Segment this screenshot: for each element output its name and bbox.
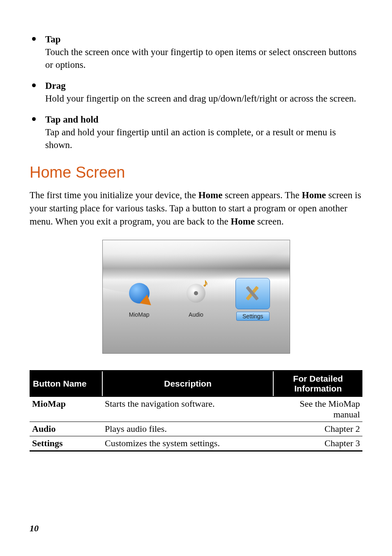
app-miomap: MioMap [115,278,164,321]
header-button-name: Button Name [30,371,102,396]
button-reference-table: Button Name Description For Detailed Inf… [30,370,362,452]
table-row: Audio Plays audio files. Chapter 2 [30,422,362,436]
tools-icon [242,283,263,304]
header-detailed-info: For Detailed Information [273,371,362,396]
gesture-item-tap: Tap Touch the screen once with your fing… [30,33,362,71]
header-info-line2: Information [294,384,342,393]
intro-text: screen. [255,216,284,227]
gesture-desc: Touch the screen once with your fingerti… [45,46,362,71]
page: Tap Touch the screen once with your fing… [0,0,392,556]
header-description: Description [102,371,273,396]
intro-paragraph: The first time you initialize your devic… [30,189,362,228]
table-row: Settings Customizes the system settings.… [30,436,362,451]
intro-bold-home: Home [198,190,223,200]
app-tile [235,278,270,309]
gesture-title: Tap [45,34,61,44]
intro-text: screen appears. The [222,190,302,200]
cell-name: Audio [30,422,102,436]
cell-info: Chapter 3 [273,436,362,451]
app-label: MioMap [129,311,150,318]
music-disc-icon [187,284,205,303]
table-body: MioMap Starts the navigation software. S… [30,396,362,451]
table-row: MioMap Starts the navigation software. S… [30,396,362,422]
header-info-line1: For Detailed [293,374,343,383]
globe-arrow-icon [129,283,150,303]
gesture-desc: Tap and hold your fingertip until an act… [45,126,362,151]
cell-name: Settings [30,436,102,451]
home-screen-screenshot: MioMap Audio Settings [102,240,290,354]
app-tile [122,278,156,308]
app-icons-row: MioMap Audio Settings [103,278,290,321]
table-header: Button Name Description For Detailed Inf… [30,371,362,396]
intro-text: The first time you initialize your devic… [30,190,198,200]
app-audio: Audio [171,278,221,321]
app-label: Audio [189,311,203,318]
gesture-item-tap-hold: Tap and hold Tap and hold your fingertip… [30,113,362,151]
app-tile [179,278,213,308]
page-number: 10 [30,523,39,534]
cell-desc: Customizes the system settings. [102,436,273,451]
gesture-list: Tap Touch the screen once with your fing… [30,33,362,151]
cell-desc: Plays audio files. [102,422,273,436]
section-heading: Home Screen [30,164,362,181]
intro-bold-home: Home [231,216,255,227]
cell-desc: Starts the navigation software. [102,396,273,422]
intro-bold-home: Home [302,190,326,200]
gesture-title: Tap and hold [45,114,99,125]
gesture-title: Drag [45,81,66,91]
app-settings: Settings [228,278,277,321]
cell-info: Chapter 2 [273,422,362,436]
gesture-desc: Hold your fingertip on the screen and dr… [45,92,362,105]
app-label: Settings [236,312,270,321]
cell-info: See the MioMap manual [273,396,362,422]
cell-name: MioMap [30,396,102,422]
gesture-item-drag: Drag Hold your fingertip on the screen a… [30,79,362,105]
